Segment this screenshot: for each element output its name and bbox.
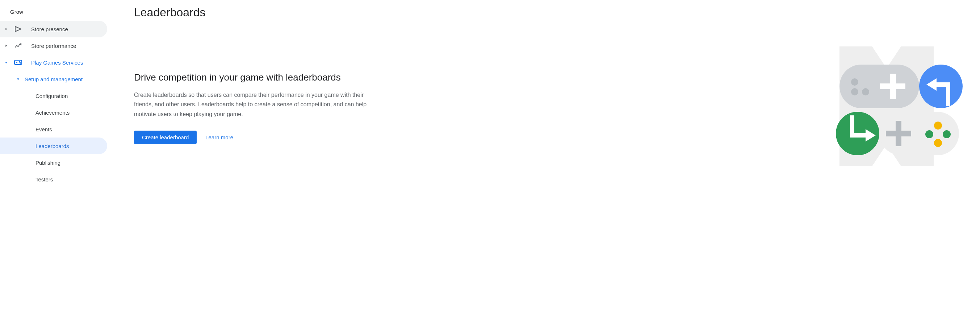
- svg-point-16: [934, 122, 942, 130]
- page-title: Leaderboards: [134, 6, 963, 28]
- sidebar-item-events[interactable]: Events: [0, 121, 107, 138]
- svg-rect-15: [886, 131, 911, 136]
- svg-rect-5: [840, 65, 919, 108]
- sidebar-item-leaderboards[interactable]: Leaderboards: [0, 138, 107, 154]
- svg-rect-10: [880, 83, 905, 89]
- svg-point-4: [20, 63, 21, 64]
- sidebar-item-store-presence[interactable]: Store presence: [0, 21, 107, 37]
- content-heading: Drive competition in your game with lead…: [134, 72, 380, 83]
- sidebar-item-setup-management[interactable]: Setup and management: [0, 71, 107, 88]
- store-presence-icon: [14, 25, 22, 34]
- svg-point-8: [851, 88, 858, 95]
- sidebar-item-achievements[interactable]: Achievements: [0, 104, 107, 121]
- sidebar-item-configuration[interactable]: Configuration: [0, 88, 107, 104]
- sidebar-item-label: Store performance: [31, 43, 76, 49]
- action-row: Create leaderboard Learn more: [134, 131, 380, 144]
- performance-icon: [14, 42, 22, 50]
- leaderboards-illustration: [832, 43, 963, 175]
- sidebar-item-testers[interactable]: Testers: [0, 171, 107, 187]
- sidebar-item-label: Testers: [35, 176, 53, 182]
- gamepad-icon: [14, 58, 22, 67]
- svg-point-3: [19, 62, 20, 62]
- sidebar-item-publishing[interactable]: Publishing: [0, 154, 107, 171]
- create-leaderboard-button[interactable]: Create leaderboard: [134, 131, 197, 144]
- sidebar-item-label: Configuration: [35, 93, 68, 99]
- svg-point-18: [943, 130, 951, 138]
- chevron-right-icon: [3, 27, 10, 31]
- svg-point-19: [934, 139, 942, 147]
- sidebar-item-label: Play Games Services: [31, 59, 83, 66]
- sidebar-section-header: Grow: [0, 6, 109, 21]
- chevron-right-icon: [3, 44, 10, 48]
- sidebar-item-label: Achievements: [35, 110, 70, 116]
- sidebar-item-play-games-services[interactable]: Play Games Services: [0, 54, 107, 71]
- sidebar-item-label: Leaderboards: [35, 143, 69, 149]
- content-text: Drive competition in your game with lead…: [134, 72, 380, 144]
- svg-point-7: [862, 88, 869, 95]
- chevron-down-icon: [3, 61, 10, 64]
- content-row: Drive competition in your game with lead…: [134, 72, 963, 175]
- sidebar-item-store-performance[interactable]: Store performance: [0, 37, 107, 54]
- svg-point-17: [925, 130, 933, 138]
- sidebar-item-label: Setup and management: [25, 76, 83, 82]
- content-body: Create leaderboards so that users can co…: [134, 90, 380, 119]
- svg-point-6: [851, 78, 858, 86]
- main-content: Leaderboards Drive competition in your g…: [109, 0, 980, 187]
- sidebar-item-label: Events: [35, 126, 52, 133]
- sidebar: Grow Store presence Store performance Pl…: [0, 0, 109, 187]
- sidebar-item-label: Store presence: [31, 26, 68, 32]
- chevron-down-icon: [14, 77, 22, 81]
- sidebar-item-label: Publishing: [35, 160, 60, 166]
- learn-more-link[interactable]: Learn more: [205, 134, 233, 141]
